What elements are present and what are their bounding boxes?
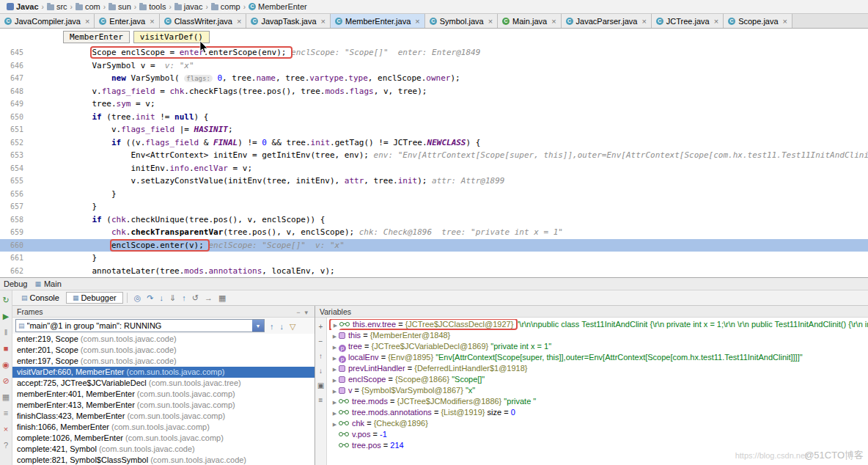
editor-tab-classwriter[interactable]: CClassWriter.java× [160, 14, 247, 28]
frame-item[interactable]: enter:197, Scope (com.sun.tools.javac.co… [12, 356, 315, 367]
expand-arrow-icon[interactable]: ▶ [331, 364, 339, 374]
close-icon[interactable]: × [237, 17, 241, 26]
expand-arrow-icon[interactable]: ▶ [331, 320, 339, 330]
thread-selector[interactable]: ▤ "main"@1 in group "main": RUNNING ▼ [15, 319, 265, 332]
add-watch-icon[interactable]: + [319, 322, 323, 332]
editor-line-656[interactable]: 656 } [0, 188, 868, 201]
line-number[interactable]: 652 [0, 136, 34, 150]
editor-line-654[interactable]: 654 initEnv.info.enclVar = v; [0, 162, 868, 175]
duplicate-icon[interactable]: ▣ [317, 381, 324, 391]
filter-icon[interactable]: ▽ [287, 322, 298, 331]
frame-item[interactable]: complete:421, Symbol (com.sun.tools.java… [12, 444, 315, 455]
variable-row[interactable]: ▶this.env.tree = {JCTree$JCClassDecl@192… [327, 319, 868, 330]
breadcrumb-class[interactable]: MemberEnter [63, 31, 130, 43]
editor-line-662[interactable]: 662 annotateLater(tree.mods.annotations,… [0, 265, 868, 278]
close-icon[interactable]: × [714, 17, 718, 26]
close-icon[interactable]: × [85, 17, 89, 26]
variable-row[interactable]: ▶v = {Symbol$VarSymbol@1867} "x" [327, 385, 868, 396]
variable-row[interactable]: tree.pos = 214 [327, 440, 868, 451]
editor-line-649[interactable]: 649 tree.sym = v; [0, 98, 868, 111]
resume-icon[interactable]: ▶ [0, 310, 12, 323]
editor-line-651[interactable]: 651 v.flags_field |= HASINIT; [0, 123, 868, 136]
settings-icon[interactable]: ≡ [0, 407, 12, 420]
editor-tab-symbol[interactable]: CSymbol.java× [425, 14, 498, 28]
variable-row[interactable]: ▶ptree = {JCTree$JCVariableDecl@1869} "p… [327, 341, 868, 352]
step-into-icon[interactable]: ↓ [157, 293, 167, 302]
breadcrumb-item-javac[interactable]: Javac [4, 2, 41, 11]
expand-arrow-icon[interactable]: ▶ [331, 353, 339, 363]
line-number[interactable]: 645 [0, 46, 34, 59]
evaluate-expression-icon[interactable]: ▦ [216, 293, 229, 302]
tool-window-tab-debug[interactable]: Debug [4, 279, 27, 288]
move-up-icon[interactable]: ↑ [319, 351, 323, 362]
close-icon[interactable]: × [488, 17, 493, 26]
code-editor[interactable]: MemberEnter visitVarDef() 645 Scope encl… [0, 29, 868, 277]
tab-console[interactable]: ▤ Console [15, 292, 66, 304]
editor-line-657[interactable]: 657 } [0, 200, 868, 213]
step-over-icon[interactable]: ↷ [144, 293, 156, 302]
menu-icon[interactable]: ≡ [319, 395, 323, 406]
editor-tab-javacparser[interactable]: CJavacParser.java× [562, 14, 652, 28]
line-number[interactable]: 661 [0, 252, 34, 265]
mute-breakpoints-icon[interactable]: ⊘ [0, 375, 12, 387]
frame-item[interactable]: visitVarDef:660, MemberEnter (com.sun.to… [12, 367, 315, 378]
show-execution-point-icon[interactable]: ◎ [131, 293, 144, 302]
breadcrumb-item-comp[interactable]: comp [209, 2, 243, 11]
line-number[interactable]: 659 [0, 226, 34, 239]
expand-arrow-icon[interactable]: ▶ [331, 386, 339, 396]
expand-arrow-icon[interactable]: ▶ [331, 375, 339, 385]
collapse-icon[interactable]: ▾ [302, 309, 310, 316]
line-number[interactable]: 650 [0, 111, 34, 124]
breadcrumb-method[interactable]: visitVarDef() [133, 31, 210, 43]
pause-icon[interactable]: ‖ [0, 326, 12, 339]
breadcrumb-item-sun[interactable]: sun [106, 2, 133, 11]
expand-arrow-icon[interactable]: ▶ [331, 408, 339, 418]
navigate-up-icon[interactable]: ↑ [267, 322, 277, 331]
editor-tab-javacompiler[interactable]: CJavaCompiler.java× [0, 14, 95, 28]
line-number[interactable]: 658 [0, 213, 34, 227]
line-number[interactable]: 651 [0, 123, 34, 136]
editor-line-653[interactable]: 653 Env<AttrContext> initEnv = getInitEn… [0, 149, 868, 162]
expand-arrow-icon[interactable]: ▶ [331, 419, 339, 429]
remove-watch-icon[interactable]: − [319, 337, 323, 347]
expand-arrow-icon[interactable]: ▶ [331, 331, 339, 341]
close-icon[interactable]: × [0, 423, 12, 436]
expand-arrow-icon[interactable]: ▶ [331, 397, 339, 407]
editor-tab-jctree[interactable]: CJCTree.java× [652, 14, 724, 28]
close-icon[interactable]: × [415, 17, 419, 26]
editor-line-652[interactable]: 652 if ((v.flags_field & FINAL) != 0 && … [0, 136, 868, 150]
view-breakpoints-icon[interactable]: ◉ [0, 359, 12, 371]
variable-row[interactable]: ▶enclScope = {Scope@1866} "Scope[]" [327, 374, 868, 385]
editor-tab-javaptask[interactable]: CJavapTask.java× [246, 14, 331, 28]
breadcrumb-item-com[interactable]: com [73, 2, 103, 11]
frame-item[interactable]: finish:1066, MemberEnter (com.sun.tools.… [12, 422, 315, 433]
frame-item[interactable]: enter:201, Scope (com.sun.tools.javac.co… [12, 345, 315, 356]
rerun-icon[interactable]: ↻ [0, 294, 12, 307]
step-out-icon[interactable]: ↑ [179, 293, 189, 302]
expand-arrow-icon[interactable]: ▶ [331, 342, 339, 352]
frame-item[interactable]: memberEnter:413, MemberEnter (com.sun.to… [12, 400, 315, 411]
frame-item[interactable]: complete:821, Symbol$ClassSymbol (com.su… [12, 455, 315, 465]
frame-item[interactable]: memberEnter:401, MemberEnter (com.sun.to… [12, 389, 315, 400]
line-number[interactable]: 657 [0, 200, 34, 213]
editor-line-661[interactable]: 661 } [0, 252, 868, 265]
move-down-icon[interactable]: ↓ [319, 366, 323, 376]
editor-line-655[interactable]: 655 v.setLazyConstValue(initEnv(tree, in… [0, 175, 868, 188]
line-number[interactable]: 660 [0, 239, 34, 252]
variable-row[interactable]: ▶chk = {Check@1896} [327, 418, 868, 429]
editor-tab-memberenter[interactable]: CMemberEnter.java× [331, 14, 425, 28]
frame-item[interactable]: finishClass:423, MemberEnter (com.sun.to… [12, 411, 315, 422]
breadcrumb-item-src[interactable]: src [45, 2, 70, 11]
run-to-cursor-icon[interactable]: → [202, 293, 216, 302]
editor-line-650[interactable]: 650 if (tree.init != null) { [0, 111, 868, 124]
editor-line-648[interactable]: 648 v.flags_field = chk.checkFlags(tree.… [0, 85, 868, 98]
editor-tab-main[interactable]: CMain.java× [498, 14, 562, 28]
close-icon[interactable]: × [551, 17, 556, 26]
editor-line-658[interactable]: 658 if (chk.checkUnique(tree.pos(), v, e… [0, 213, 868, 227]
variable-row[interactable]: ▶prevLintHandler = {DeferredLintHandler$… [327, 363, 868, 374]
editor-line-659[interactable]: 659 chk.checkTransparentVar(tree.pos(), … [0, 226, 868, 239]
drop-frame-icon[interactable]: ↺ [189, 293, 202, 302]
variable-row[interactable]: ▶tree.mods.annotations = {List@1919} siz… [327, 407, 868, 418]
frame-item[interactable]: accept:725, JCTree$JCVariableDecl (com.s… [12, 378, 315, 389]
line-number[interactable]: 656 [0, 188, 34, 201]
